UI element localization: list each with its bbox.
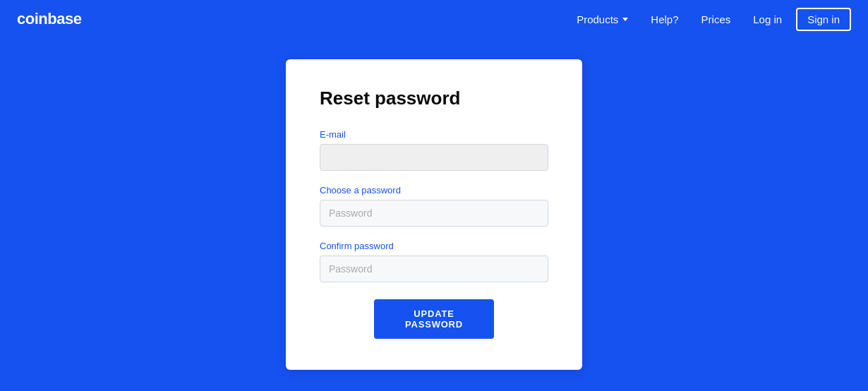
confirm-input[interactable] (320, 255, 548, 282)
password-label: Choose a password (320, 185, 548, 196)
products-label: Products (577, 13, 618, 25)
confirm-group: Confirm password (320, 241, 548, 282)
navbar: coinbase Products Help? Prices Log in Si… (0, 0, 868, 38)
prices-label: Prices (701, 13, 731, 25)
signin-button[interactable]: Sign in (796, 8, 851, 31)
email-label: E-mail (320, 129, 548, 140)
update-password-button[interactable]: UPDATE PASSWORD (374, 299, 494, 339)
confirm-label: Confirm password (320, 241, 548, 251)
products-nav-item[interactable]: Products (568, 8, 637, 31)
help-label: Help? (651, 13, 678, 25)
card-title: Reset password (320, 88, 548, 109)
logo[interactable]: coinbase (17, 10, 81, 28)
login-label: Log in (753, 13, 782, 25)
help-nav-item[interactable]: Help? (642, 8, 687, 31)
prices-nav-item[interactable]: Prices (693, 8, 740, 31)
nav-right: Products Help? Prices Log in Sign in (568, 8, 851, 31)
chevron-down-icon (622, 18, 628, 21)
reset-password-card: Reset password E-mail Choose a password … (286, 59, 582, 370)
email-group: E-mail (320, 129, 548, 171)
main-content: Reset password E-mail Choose a password … (0, 38, 868, 391)
password-group: Choose a password (320, 185, 548, 227)
login-nav-item[interactable]: Log in (745, 8, 790, 31)
email-input[interactable] (320, 144, 548, 171)
password-input[interactable] (320, 200, 548, 227)
signin-label: Sign in (807, 13, 840, 25)
